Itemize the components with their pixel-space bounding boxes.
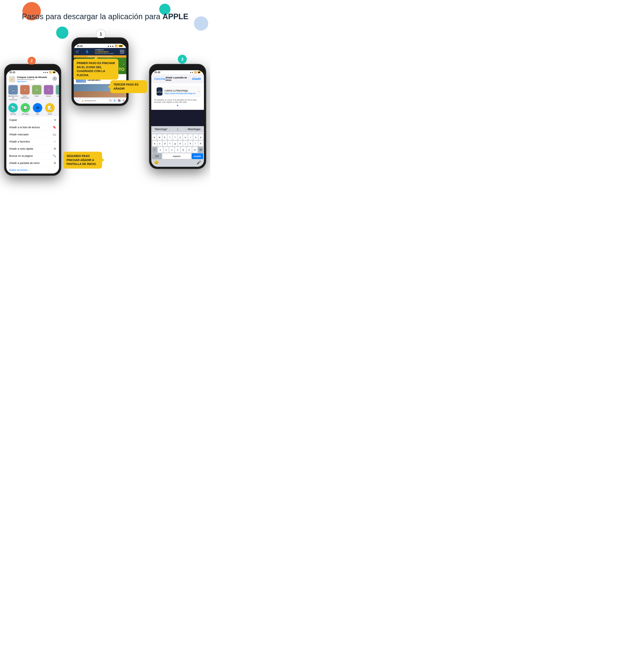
action-nota-rapida[interactable]: Añadir a nota rápida ⊞ [6,145,59,152]
key-l[interactable]: l [193,141,198,146]
app-url: https://www.loterialamanchega.es/ [165,92,196,95]
key-o[interactable]: o [193,134,198,140]
key-q[interactable]: q [152,134,156,140]
emoji-icon[interactable]: 😊 [154,160,159,165]
recent-amore[interactable]: A Amore [44,85,54,101]
clear-icon[interactable]: ✕ [198,90,200,93]
share-notas[interactable]: 📝 Notas [45,103,55,115]
recent-karen[interactable]: K Karen Valderrama [20,85,30,101]
key-shift[interactable]: ⇧ [152,147,157,153]
browser-bar-1: ‹ › 🔒 loterialamanche... ↻ ⬆ 📚 ⧉ [74,97,126,104]
key-k[interactable]: k [188,141,193,146]
share-close-btn[interactable]: × [52,76,57,81]
action-copiar[interactable]: Copiar ⧉ [6,116,59,124]
recent-mami[interactable]: M Mami [32,85,42,101]
cancel-btn[interactable]: Cancelar [154,77,166,80]
wifi-icon: 📶 [115,45,118,47]
recents-row: 💻 MacBook Pro de VeroCasVe K Karen Valde… [6,84,59,102]
nav-hamburger[interactable] [120,50,124,53]
key-g[interactable]: g [173,141,177,146]
key-m[interactable]: m [192,147,197,153]
key-r[interactable]: r [168,134,172,140]
key-b[interactable]: b [181,147,186,153]
key-space[interactable]: espacio [162,153,191,159]
phone-notch-3 [165,65,190,69]
key-delete[interactable]: ⌫ [198,147,203,153]
signal-icon: ▲▲▲ [107,45,114,47]
key-z[interactable]: z [158,147,163,153]
key-f[interactable]: f [168,141,172,146]
key-u[interactable]: u [183,134,188,140]
key-a[interactable]: a [152,141,157,146]
share-mail[interactable]: ✉ Mail [32,103,43,115]
title-bold: APPLE [163,12,189,21]
add-btn[interactable]: Añadir [192,77,201,80]
suggestion-2[interactable]: | [169,127,186,131]
key-n-tilde[interactable]: ñ [198,141,203,146]
key-accept[interactable]: aceptar [192,153,203,159]
next-arrow[interactable]: › [123,62,124,66]
key-j[interactable]: j [183,141,188,146]
key-t[interactable]: t [173,134,177,140]
tooltip-3: TERCER PASO ES AÑADIR [110,80,147,93]
time-2: 21:21 [9,71,15,73]
phone-2: 21:21 ▲▲▲ 📶 ▮▮ 🧭 Comprar Lotería [4,64,61,176]
share-icons-row: 📡 AirDrop 💬 Mensajes ✉ [6,102,59,116]
add-home-desc: Se añadirá un icono a la pantalla de Ini… [154,99,201,103]
key-h[interactable]: h [178,141,183,146]
forward-btn[interactable]: › [78,99,79,102]
share-mensajes[interactable]: 💬 Mensajes [20,103,30,115]
time-1: 21:21 [77,45,83,47]
promo-banner: Juega en nuestra Web. Sin comisiones [74,55,126,57]
tabs-icon[interactable]: ⧉ [123,99,125,102]
app-name-input[interactable] [165,89,196,92]
key-y[interactable]: y [178,134,183,140]
action-editar[interactable]: Editar acciones... [6,167,59,173]
page-header: Pasos para descargar la aplicación para … [0,0,210,25]
share-icon[interactable]: ⬆ [114,99,116,102]
key-v[interactable]: v [175,147,180,153]
key-s[interactable]: s [157,141,162,146]
status-bar-1: 21:21 ▲▲▲ 📶 ▮▮▮ [74,44,126,48]
suggestion-1[interactable]: "Manchega" [153,127,169,131]
key-w[interactable]: w [157,134,162,140]
tooltip-1: PRIMER PASO ES PINCHAR EN EL ICONO DEL C… [73,59,118,80]
recent-macbook[interactable]: 💻 MacBook Pro de VeroCasVe [8,85,18,101]
notas-icon: 📝 [48,105,52,110]
dictation-icon[interactable]: 🎤 [197,160,201,165]
kbd-row-1: q w e r t y u i o p [152,134,203,140]
copy-icon: ⧉ [54,118,56,122]
reload-icon[interactable]: ↻ [110,99,112,102]
key-x[interactable]: x [164,147,169,153]
suggestion-3[interactable]: Manchegas [186,127,202,131]
airdrop-icon: 📡 [11,105,15,110]
action-marcador[interactable]: Añadir marcador 📖 [6,131,59,138]
title-normal: Pasos para descargar la aplicación para [22,12,163,21]
opciones-btn[interactable]: Opciones > [17,80,47,83]
share-airdrop[interactable]: 📡 AirDrop [8,103,18,115]
key-d[interactable]: d [163,141,167,146]
back-btn[interactable]: ‹ [75,99,76,102]
action-pantalla-inicio[interactable]: Añadir a pantalla de inicio ⊞ [6,160,59,167]
lock-icon: 🔒 [82,100,84,102]
url-bar-1[interactable]: 🔒 loterialamanche... [80,99,108,102]
dot-indicator [177,105,178,106]
status-icons-2: ▲▲▲ 📶 ▮▮ [43,71,56,73]
key-i[interactable]: i [188,134,193,140]
key-n[interactable]: n [187,147,192,153]
action-buscar[interactable]: Buscar en la página 🔍 [6,152,59,160]
main-content: 1 2 3 21:21 ▲▲▲ 📶 ▮▮▮ [0,25,210,209]
recent-other[interactable]: L La... lub... [55,85,59,101]
action-favoritos[interactable]: Añadir a favoritos ☆ [6,138,59,145]
key-123[interactable]: 123 [152,153,162,159]
kbd-row-3: ⇧ z x c v b n m ⌫ [152,147,203,153]
key-e[interactable]: e [163,134,167,140]
bookmarks-icon[interactable]: 📚 [118,99,121,102]
key-c[interactable]: c [169,147,174,153]
status-icons-1: ▲▲▲ 📶 ▮▮▮ [107,45,123,47]
share-page-title: Comprar Lotería de Alicante [17,76,47,78]
status-bar-2: 21:21 ▲▲▲ 📶 ▮▮ [6,70,59,74]
action-lista-lectura[interactable]: Añadir a la lista de lectura 🔖 [6,124,59,131]
key-p[interactable]: p [199,134,203,140]
phone-notch-2 [20,65,45,69]
